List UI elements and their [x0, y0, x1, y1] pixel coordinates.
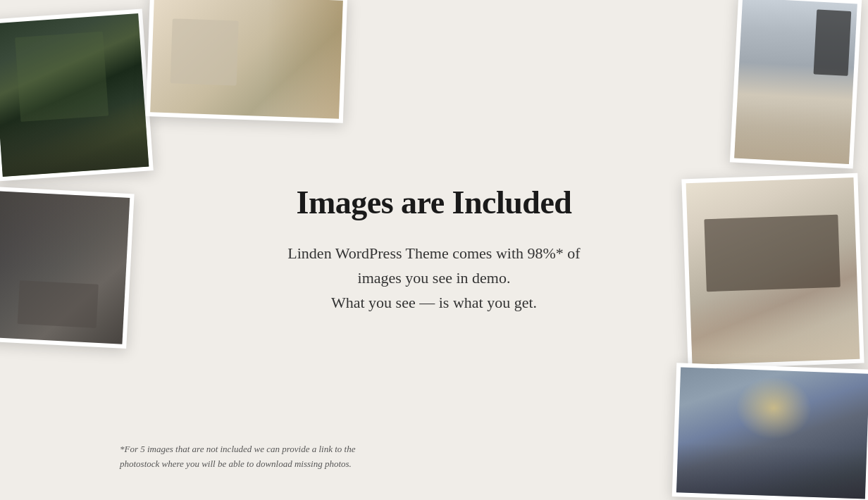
- photo-image-exterior: [0, 13, 149, 177]
- photo-card-living-room: [146, 0, 347, 123]
- photo-image-dining: [0, 191, 130, 344]
- photo-card-fireplace: [681, 173, 864, 370]
- subtitle-line1: Linden WordPress Theme comes with 98%* o…: [287, 244, 580, 262]
- footnote-line1: *For 5 images that are not included we c…: [120, 444, 355, 454]
- photo-image-fireplace: [686, 177, 860, 365]
- footnote-block: *For 5 images that are not included we c…: [120, 442, 627, 472]
- page-subtitle: Linden WordPress Theme comes with 98%* o…: [237, 241, 631, 315]
- photo-card-kitchen: [730, 0, 862, 168]
- page-scene: Images are Included Linden WordPress The…: [0, 0, 868, 500]
- photo-card-dining: [0, 187, 135, 349]
- photo-card-exterior: [0, 9, 154, 182]
- center-content-block: Images are Included Linden WordPress The…: [237, 185, 631, 315]
- subtitle-line3: What you see — is what you get.: [331, 294, 537, 311]
- photo-image-outdoor: [676, 367, 868, 499]
- photo-card-outdoor: [672, 363, 868, 500]
- photo-image-living-room: [150, 0, 343, 119]
- subtitle-line2: images you see in demo.: [358, 269, 511, 287]
- page-title: Images are Included: [237, 185, 631, 221]
- footnote-line2: photostock where you will be able to dow…: [120, 458, 352, 469]
- photo-image-kitchen: [734, 0, 857, 164]
